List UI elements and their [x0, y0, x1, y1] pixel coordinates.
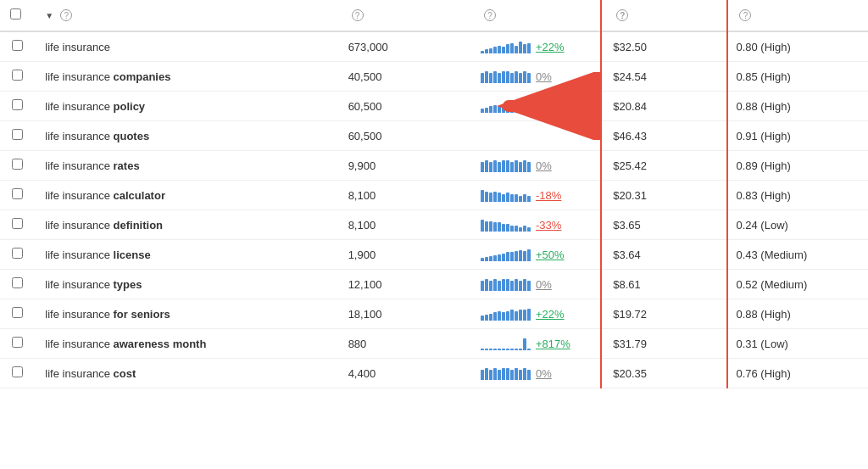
competition-cell: 0.83 (High): [726, 181, 868, 210]
trend-bar: [502, 71, 505, 83]
keyword-text: life insurance quotes: [45, 130, 149, 142]
trend-bar: [502, 160, 505, 172]
header-volume: ?: [338, 0, 470, 31]
trend-bar: [527, 370, 531, 380]
trend-bars: [481, 337, 531, 350]
trend-bar: [523, 160, 526, 172]
trend-bar: [506, 193, 509, 202]
trend-bar: [498, 349, 501, 350]
trend-bar: [510, 43, 514, 53]
row-checkbox[interactable]: [12, 218, 23, 229]
trend-bar: [519, 162, 522, 172]
row-checkbox-cell: [0, 359, 35, 388]
trend-bar: [523, 194, 526, 202]
trend-bar: [489, 370, 492, 380]
trend-info-icon[interactable]: ?: [484, 9, 496, 21]
row-checkbox[interactable]: [12, 307, 23, 318]
trend-bar: [485, 49, 488, 53]
trend-container: 0%: [481, 277, 593, 291]
trend-bar: [510, 281, 514, 291]
trend-cell: 0%: [470, 359, 603, 388]
trend-container: 0%: [481, 366, 593, 380]
trend-bar: [515, 251, 518, 261]
cpc-cell: $20.84: [603, 92, 726, 121]
cpc-info-icon[interactable]: ?: [616, 9, 628, 21]
trend-bar: [515, 71, 518, 83]
trend-bar: [489, 162, 492, 172]
trend-pct: +50%: [536, 248, 565, 261]
header-trend: ?: [470, 0, 603, 31]
trend-bar: [527, 73, 531, 83]
table-row: life insurance types12,1000%$8.610.52 (M…: [0, 270, 868, 299]
trend-cell: +22%: [470, 92, 603, 121]
trend-bar: [506, 311, 509, 321]
row-checkbox[interactable]: [12, 159, 23, 170]
trend-bar: [493, 222, 497, 232]
select-all-checkbox[interactable]: [10, 8, 21, 20]
trend-bar: [489, 193, 492, 202]
trend-bar: [510, 226, 514, 232]
table-row: life insurance license1,900+50%$3.640.43…: [0, 240, 868, 270]
row-checkbox[interactable]: [12, 70, 23, 81]
trend-bar: [493, 47, 497, 53]
cpc-cell: $19.72: [603, 299, 726, 329]
trend-bar: [523, 338, 526, 350]
trend-bar: [519, 281, 522, 291]
trend-bar: [498, 370, 501, 380]
trend-bars: [481, 188, 531, 202]
volume-cell: 4,400: [338, 359, 470, 388]
row-checkbox[interactable]: [12, 277, 23, 288]
trend-bar: [481, 281, 484, 291]
competition-cell: 0.88 (High): [726, 299, 868, 329]
trend-cell: -33%: [470, 210, 603, 240]
row-checkbox[interactable]: [12, 40, 23, 51]
trend-bar: [506, 252, 509, 261]
keyword-text: life insurance calculator: [45, 189, 165, 202]
trend-bar: [485, 349, 488, 350]
trend-bars: [481, 40, 531, 53]
row-checkbox[interactable]: [12, 129, 23, 140]
cpc-cell: $25.42: [603, 151, 726, 181]
trend-bar: [510, 349, 514, 350]
trend-bar: [489, 281, 492, 291]
row-checkbox[interactable]: [12, 188, 23, 199]
trend-bar: [515, 194, 518, 202]
trend-pct: -33%: [536, 219, 561, 232]
trend-bar: [523, 44, 526, 53]
trend-pct: 0%: [536, 367, 552, 380]
trend-bar: [515, 103, 518, 113]
trend-bar: [485, 257, 488, 261]
table-row: life insurance quotes60,500$46.430.91 (H…: [0, 121, 868, 151]
table-row: life insurance for seniors18,100+22%$19.…: [0, 299, 868, 329]
trend-bar: [485, 368, 488, 380]
trend-bar: [489, 256, 492, 261]
trend-bar: [510, 103, 514, 113]
trend-cell: -18%: [470, 181, 603, 210]
trend-container: 0%: [481, 70, 593, 83]
competition-info-icon[interactable]: ?: [739, 9, 751, 21]
trend-bar: [481, 220, 484, 232]
row-checkbox[interactable]: [12, 366, 23, 377]
table-row: life insurance calculator8,100-18%$20.31…: [0, 181, 868, 210]
volume-info-icon[interactable]: ?: [352, 9, 364, 21]
trend-bar: [502, 47, 505, 53]
keywords-info-icon[interactable]: ?: [60, 9, 72, 21]
keyword-cell: life insurance for seniors: [35, 299, 337, 329]
table-row: life insurance awareness month880+817%$3…: [0, 329, 868, 359]
row-checkbox[interactable]: [12, 248, 23, 259]
trend-bar: [527, 162, 531, 172]
cpc-cell: $20.31: [603, 181, 726, 210]
main-table-container: ▼ ? ? ?: [0, 0, 868, 388]
trend-bar: [502, 224, 505, 232]
row-checkbox-cell: [0, 270, 35, 299]
trend-bar: [502, 349, 505, 350]
cpc-cell: $31.79: [603, 329, 726, 359]
row-checkbox-cell: [0, 31, 35, 62]
trend-container: +22%: [481, 99, 593, 113]
trend-bar: [506, 71, 509, 83]
trend-bar: [506, 349, 509, 350]
trend-bar: [485, 315, 488, 321]
trend-pct: +817%: [536, 338, 570, 350]
row-checkbox[interactable]: [12, 99, 23, 110]
row-checkbox[interactable]: [12, 337, 23, 348]
